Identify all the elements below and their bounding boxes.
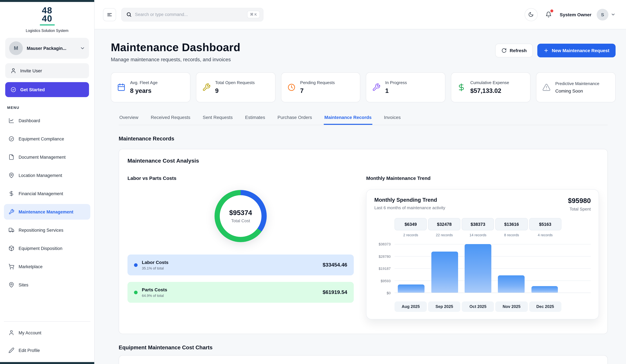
- y-axis-tick: $9593: [381, 279, 391, 283]
- stat-label: In Progress: [385, 80, 407, 85]
- sidebar-item-repositioning-services[interactable]: Repositioning Services: [4, 222, 90, 238]
- page-content: Maintenance Dashboard Manage maintenance…: [95, 29, 626, 364]
- sidebar-item-equipment-compliance[interactable]: Equipment Compliance: [4, 131, 90, 147]
- new-maintenance-request-button[interactable]: New Maintenance Request: [538, 44, 616, 57]
- stat-label: Cumulative Expense: [470, 80, 509, 85]
- page-title: Maintenance Dashboard: [111, 41, 240, 54]
- tab-maintenance-records[interactable]: Maintenance Records: [324, 115, 372, 125]
- user-menu[interactable]: S: [597, 9, 616, 20]
- sidebar-item-financial-management[interactable]: Financial Management: [4, 186, 90, 201]
- record-count-label: 4 records: [529, 233, 561, 237]
- clock-icon: [287, 83, 296, 92]
- tab-purchase-orders[interactable]: Purchase Orders: [277, 115, 313, 125]
- refresh-label: Refresh: [510, 48, 527, 53]
- company-selector[interactable]: M Mauser Packagin...: [5, 38, 89, 59]
- menu-icon: [107, 12, 113, 17]
- invite-user-label: Invite User: [20, 68, 42, 73]
- stat-card: Pending Requests 7: [281, 72, 360, 102]
- bar-slot: [528, 244, 561, 293]
- sidebar-toggle-button[interactable]: [103, 8, 116, 21]
- sidebar-item-my-account[interactable]: My Account: [4, 325, 90, 341]
- sidebar-item-edit-profile[interactable]: Edit Profile: [4, 342, 90, 358]
- tab-invoices[interactable]: Invoices: [383, 115, 401, 125]
- tab-estimates[interactable]: Estimates: [244, 115, 266, 125]
- legend-name: Parts Costs: [142, 287, 167, 292]
- value-chip[interactable]: $6349: [394, 218, 427, 230]
- tab-section: Overview Received Requests Sent Requests…: [111, 115, 616, 364]
- stat-text: Pending Requests 7: [300, 80, 335, 95]
- bar-chart-plot: [394, 244, 591, 293]
- stat-text: Cumulative Expense $57,133.02: [470, 80, 509, 95]
- invite-user-button[interactable]: Invite User: [5, 63, 89, 78]
- tabs: Overview Received Requests Sent Requests…: [119, 115, 608, 125]
- sidebar-menu: Dashboard Equipment Compliance Document …: [0, 113, 94, 295]
- logo-line2: 40: [39, 15, 55, 23]
- bell-icon: [546, 11, 552, 18]
- donut-total-label: Total Cost: [231, 218, 250, 223]
- stat-card: In Progress 1: [366, 72, 446, 102]
- spending-bar[interactable]: [398, 285, 425, 293]
- donut-chart-title: Labor vs Parts Costs: [127, 175, 354, 181]
- value-chip[interactable]: $32478: [428, 218, 460, 230]
- sidebar-item-label: Marketplace: [19, 264, 42, 269]
- record-counts-row: 2 records22 records14 records8 records4 …: [394, 233, 561, 237]
- stat-value: 8 years: [130, 87, 158, 95]
- trend-chart-title: Monthly Maintenance Trend: [366, 175, 599, 181]
- sidebar-item-maintenance-management[interactable]: Maintenance Management: [4, 204, 90, 220]
- check-circle-icon: [8, 136, 14, 142]
- trend-header-right: $95980 Total Spent: [568, 197, 591, 212]
- window-edge-bottom: [0, 362, 94, 364]
- sidebar-item-label: Location Management: [19, 173, 62, 178]
- month-label-chip: Sep 2025: [428, 301, 460, 312]
- refresh-button[interactable]: Refresh: [495, 44, 533, 57]
- tab-overview[interactable]: Overview: [119, 115, 139, 125]
- stat-card: Avg. Fleet Age 8 years: [111, 72, 190, 102]
- record-count-label: 2 records: [394, 233, 427, 237]
- company-avatar: M: [9, 41, 23, 55]
- spending-bar[interactable]: [498, 275, 525, 293]
- sidebar-item-label: Equipment Compliance: [19, 136, 64, 141]
- value-chip[interactable]: $5163: [529, 218, 561, 230]
- value-chips-row: $6349$32478$38373$13616$5163: [394, 218, 561, 230]
- sidebar-item-dashboard[interactable]: Dashboard: [4, 113, 90, 128]
- sidebar-item-label: Document Management: [19, 155, 66, 159]
- monthly-spending-trend-card: Monthly Spending Trend Last 6 months of …: [366, 189, 599, 319]
- user-plus-icon: [10, 68, 16, 74]
- sidebar: 48 40 ↑ Logistics Solution System M Maus…: [0, 0, 95, 364]
- bar-slot: [394, 244, 428, 293]
- wrench-icon: [8, 209, 14, 215]
- legend-amount: $61919.54: [323, 289, 347, 295]
- stat-card: Cumulative Expense $57,133.02: [451, 72, 531, 102]
- chart-line-icon: [8, 118, 14, 123]
- value-chip[interactable]: $38373: [462, 218, 494, 230]
- logo-subtitle: Logistics Solution System: [0, 29, 94, 33]
- sidebar-item-equipment-disposition[interactable]: Equipment Disposition: [4, 241, 90, 256]
- record-count-label: 14 records: [462, 233, 494, 237]
- stat-value: $57,133.02: [470, 87, 509, 95]
- sidebar-item-marketplace[interactable]: Marketplace: [4, 259, 90, 274]
- spending-bar[interactable]: [465, 244, 491, 293]
- value-chip[interactable]: $13616: [495, 218, 528, 230]
- tab-sent-requests[interactable]: Sent Requests: [202, 115, 234, 125]
- dark-mode-toggle[interactable]: [524, 8, 538, 21]
- alert-triangle-icon: [542, 83, 551, 92]
- analysis-columns: Labor vs Parts Costs $95374 Total Cost: [127, 175, 599, 319]
- stat-label: Predictive Maintenance: [555, 81, 599, 86]
- legend-percentage: 64.9% of total: [142, 294, 167, 297]
- notifications-button[interactable]: [543, 9, 554, 20]
- record-count-label: 22 records: [428, 233, 460, 237]
- sidebar-item-sites[interactable]: Sites: [4, 277, 90, 293]
- search-input[interactable]: [135, 12, 244, 17]
- spending-bar[interactable]: [431, 252, 458, 293]
- package-icon: [8, 245, 14, 251]
- logo-underline: [39, 24, 55, 25]
- spending-bar[interactable]: [531, 286, 558, 293]
- legend-row-parts: Parts Costs 64.9% of total $61919.54: [127, 282, 354, 303]
- sidebar-item-location-management[interactable]: Location Management: [4, 168, 90, 183]
- tab-received-requests[interactable]: Received Requests: [150, 115, 191, 125]
- refresh-icon: [502, 48, 507, 53]
- get-started-button[interactable]: Get Started: [5, 82, 89, 97]
- bar-slot: [428, 244, 461, 293]
- app-root: 48 40 ↑ Logistics Solution System M Maus…: [0, 0, 626, 364]
- sidebar-item-document-management[interactable]: Document Management: [4, 149, 90, 165]
